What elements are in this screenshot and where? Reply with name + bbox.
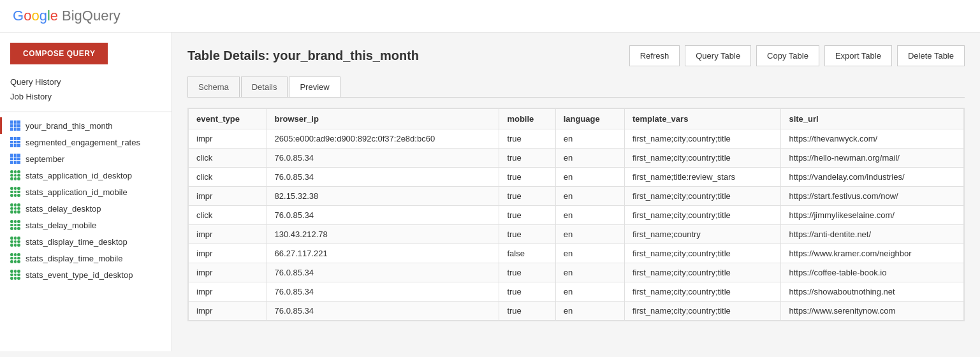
- sidebar-item-stats_application_id_mobile[interactable]: stats_application_id_mobile: [0, 184, 172, 200]
- table-cell: true: [499, 168, 555, 187]
- table-cell: en: [555, 302, 624, 321]
- table-cell: true: [499, 149, 555, 168]
- table-cell: 76.0.85.34: [267, 206, 499, 225]
- table-cell: en: [555, 206, 624, 225]
- table-cell: en: [555, 244, 624, 263]
- table-row: click76.0.85.34trueenfirst_name;title:re…: [189, 168, 964, 187]
- table-cell: true: [499, 282, 555, 302]
- sidebar-item-stats_event_type_id_desktop[interactable]: stats_event_type_id_desktop: [0, 266, 172, 283]
- table-cell: 76.0.85.34: [267, 168, 499, 187]
- table-cell: https://www.serenitynow.com: [781, 302, 964, 321]
- tab-preview[interactable]: Preview: [289, 76, 340, 97]
- table-row: impr130.43.212.78trueenfirst_name;countr…: [189, 225, 964, 244]
- copy-table-button[interactable]: Copy Table: [756, 45, 819, 66]
- sidebar-item-label: stats_display_time_desktop: [26, 237, 128, 247]
- table-cell: false: [499, 244, 555, 263]
- table-cell: first_name;city;country;title: [624, 129, 781, 149]
- tab-details[interactable]: Details: [241, 76, 288, 97]
- export-table-button[interactable]: Export Table: [824, 45, 892, 66]
- sidebar-items-list: your_brand_this_monthsegmented_engagemen…: [0, 117, 172, 283]
- table-cell: true: [499, 302, 555, 321]
- sidebar-item-label: stats_delay_mobile: [26, 221, 96, 230]
- table-cell: true: [499, 129, 555, 149]
- data-table: event_typebrowser_ipmobilelanguagetempla…: [188, 108, 964, 321]
- green-dot-icon: [10, 187, 20, 197]
- table-cell: https://start.festivus.com/now/: [781, 187, 964, 206]
- sidebar-item-label: stats_delay_desktop: [26, 204, 101, 214]
- main-layout: COMPOSE QUERY Query History Job History …: [0, 33, 980, 351]
- column-header-template_vars: template_vars: [624, 109, 781, 129]
- table-cell: https://anti-dentite.net/: [781, 225, 964, 244]
- green-dot-icon: [10, 253, 20, 263]
- green-dot-icon: [10, 203, 20, 214]
- refresh-button[interactable]: Refresh: [629, 45, 680, 66]
- blue-grid-icon: [10, 120, 20, 131]
- sidebar-divider: [0, 112, 172, 112]
- table-cell: en: [555, 225, 624, 244]
- logo: Google BigQuery: [13, 8, 121, 24]
- tab-schema[interactable]: Schema: [187, 76, 240, 97]
- sidebar-item-label: your_brand_this_month: [26, 121, 113, 131]
- sidebar-item-label: stats_application_id_desktop: [26, 171, 132, 180]
- table-cell: first_name;city;country;title: [624, 206, 781, 225]
- table-cell: 66.27.117.221: [267, 244, 499, 263]
- table-cell: https://jimmylikeselaine.com/: [781, 206, 964, 225]
- table-cell: first_name;city;country;title: [624, 282, 781, 302]
- column-header-event_type: event_type: [189, 109, 267, 129]
- table-cell: 2605:e000:ad9e:d900:892c:0f37:2e8d:bc60: [267, 129, 499, 149]
- query-table-button[interactable]: Query Table: [685, 45, 751, 66]
- table-cell: 76.0.85.34: [267, 149, 499, 168]
- page-title: Table Details: your_brand_this_month: [187, 48, 622, 63]
- table-cell: true: [499, 187, 555, 206]
- table-row: impr76.0.85.34trueenfirst_name;city;coun…: [189, 282, 964, 302]
- table-cell: first_name;title:review_stars: [624, 168, 781, 187]
- table-row: impr66.27.117.221falseenfirst_name;city;…: [189, 244, 964, 263]
- delete-table-button[interactable]: Delete Table: [897, 45, 965, 66]
- sidebar-item-stats_delay_mobile[interactable]: stats_delay_mobile: [0, 217, 172, 233]
- table-row: click76.0.85.34trueenfirst_name;city;cou…: [189, 206, 964, 225]
- table-cell: https://showaboutnothing.net: [781, 282, 964, 302]
- table-cell: en: [555, 282, 624, 302]
- table-cell: impr: [189, 244, 267, 263]
- table-cell: true: [499, 263, 555, 282]
- compose-query-button[interactable]: COMPOSE QUERY: [10, 43, 108, 64]
- table-cell: impr: [189, 282, 267, 302]
- job-history-link[interactable]: Job History: [10, 89, 161, 104]
- sidebar-item-stats_application_id_desktop[interactable]: stats_application_id_desktop: [0, 167, 172, 184]
- table-cell: impr: [189, 263, 267, 282]
- sidebar-item-label: stats_display_time_mobile: [26, 254, 122, 263]
- table-cell: impr: [189, 187, 267, 206]
- sidebar-item-segmented_engagement_rates[interactable]: segmented_engagement_rates: [0, 134, 172, 150]
- column-header-site_url: site_url: [781, 109, 964, 129]
- blue-grid-icon: [10, 154, 20, 164]
- table-row: impr76.0.85.34trueenfirst_name;city;coun…: [189, 302, 964, 321]
- table-cell: en: [555, 263, 624, 282]
- action-buttons: Refresh Query Table Copy Table Export Ta…: [629, 45, 965, 66]
- sidebar-item-stats_display_time_mobile[interactable]: stats_display_time_mobile: [0, 250, 172, 266]
- sidebar-item-label: stats_application_id_mobile: [26, 187, 128, 197]
- main-content: Table Details: your_brand_this_month Ref…: [172, 33, 980, 351]
- table-cell: en: [555, 129, 624, 149]
- green-dot-icon: [10, 220, 20, 230]
- table-cell: https://hello-newman.org/mail/: [781, 149, 964, 168]
- table-cell: true: [499, 225, 555, 244]
- table-cell: impr: [189, 129, 267, 149]
- sidebar-item-stats_delay_desktop[interactable]: stats_delay_desktop: [0, 200, 172, 217]
- table-row: impr82.15.32.38trueenfirst_name;city;cou…: [189, 187, 964, 206]
- table-row: click76.0.85.34trueenfirst_name;city;cou…: [189, 149, 964, 168]
- table-cell: https://www.kramer.com/neighbor: [781, 244, 964, 263]
- table-cell: true: [499, 206, 555, 225]
- table-cell: impr: [189, 302, 267, 321]
- table-row: impr2605:e000:ad9e:d900:892c:0f37:2e8d:b…: [189, 129, 964, 149]
- sidebar-item-stats_display_time_desktop[interactable]: stats_display_time_desktop: [0, 233, 172, 250]
- sidebar-item-september[interactable]: september: [0, 150, 172, 167]
- blue-grid-icon: [10, 137, 20, 147]
- bigquery-logo-text: BigQuery: [62, 8, 121, 24]
- sidebar-item-your_brand_this_month[interactable]: your_brand_this_month: [0, 117, 172, 134]
- table-cell: impr: [189, 225, 267, 244]
- query-history-link[interactable]: Query History: [10, 75, 161, 89]
- table-cell: 82.15.32.38: [267, 187, 499, 206]
- table-cell: click: [189, 168, 267, 187]
- green-dot-icon: [10, 237, 20, 247]
- data-table-container: event_typebrowser_ipmobilelanguagetempla…: [187, 108, 965, 321]
